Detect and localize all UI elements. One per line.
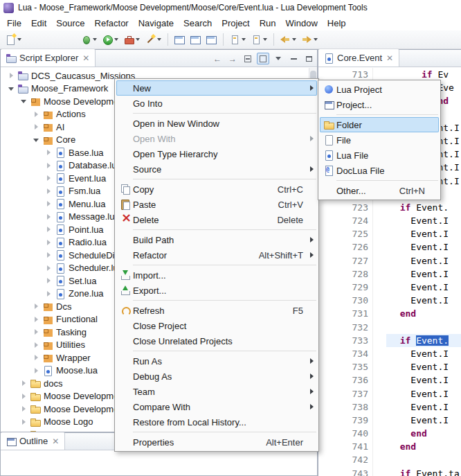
menu-item-restore-from-local-history[interactable]: Restore from Local History... [116,414,317,430]
code-line[interactable]: 731 end [318,307,461,320]
code-line[interactable]: 742 [318,453,461,466]
submenu-item-project[interactable]: Project... [320,97,439,112]
twisty-collapsed-icon[interactable] [31,314,42,325]
menu-item-compare-with[interactable]: Compare With [116,399,317,414]
submenu-item-other[interactable]: Other...Ctrl+N [320,183,439,198]
table-view-button-1[interactable] [172,32,187,47]
code-line[interactable]: 726 Event.I [318,240,461,254]
menu-file[interactable]: File [2,17,26,30]
twisty-collapsed-icon[interactable] [44,288,55,299]
code-line[interactable]: 729 Event.I [318,281,461,294]
twisty-expanded-icon[interactable] [6,83,17,94]
menu-item-refactor[interactable]: RefactorAlt+Shift+T [116,247,317,263]
code-line[interactable]: 725 Event.I [318,227,461,240]
menu-item-paste[interactable]: PasteCtrl+V [116,197,317,212]
code-line[interactable]: 724 Event.I [318,214,461,227]
code-line[interactable]: 735 Event.I [318,360,461,373]
back-icon[interactable]: ← [211,53,224,64]
menu-help[interactable]: Help [323,17,351,30]
submenu-item-file[interactable]: File [320,132,439,148]
menu-item-import[interactable]: Import... [116,267,317,283]
table-view-button-3[interactable] [204,32,219,47]
twisty-collapsed-icon[interactable] [19,403,30,414]
code-line[interactable]: 727 Event.I [318,254,461,267]
menu-navigate[interactable]: Navigate [134,17,179,30]
twisty-collapsed-icon[interactable] [44,160,55,171]
twisty-collapsed-icon[interactable] [31,301,42,312]
menu-search[interactable]: Search [179,17,217,30]
twisty-collapsed-icon[interactable] [44,249,55,261]
debug-button[interactable] [78,32,99,47]
twisty-collapsed-icon[interactable] [31,340,42,351]
back-button[interactable] [278,32,298,47]
code-line[interactable]: 732 [318,321,461,334]
twisty-collapsed-icon[interactable] [44,263,55,274]
twisty-expanded-icon[interactable] [19,96,30,107]
menu-item-run-as[interactable]: Run As [116,353,317,369]
previous-annotation-button[interactable] [227,32,248,47]
twisty-collapsed-icon[interactable] [31,109,42,120]
twisty-collapsed-icon[interactable] [31,326,42,337]
link-with-editor-icon[interactable] [257,53,269,64]
menu-item-debug-as[interactable]: Debug As [116,369,317,384]
menu-window[interactable]: Window [281,17,323,30]
code-line[interactable]: 739 Event.I [318,414,461,427]
forward-icon[interactable]: → [226,53,239,64]
menu-run[interactable]: Run [255,17,281,30]
next-annotation-button[interactable] [248,32,269,47]
menu-item-new[interactable]: New [116,80,317,96]
code-line[interactable]: 741 end [318,440,461,453]
twisty-collapsed-icon[interactable] [19,378,30,389]
twisty-collapsed-icon[interactable] [31,352,42,363]
forward-button[interactable] [299,32,320,47]
run-button[interactable] [100,32,120,47]
menu-item-open-type-hierarchy[interactable]: Open Type Hierarchy [116,146,317,161]
tab-core-event[interactable]: Core.Event ✕ [318,49,399,67]
twisty-collapsed-icon[interactable] [6,70,17,81]
menu-source[interactable]: Source [51,17,89,30]
twisty-collapsed-icon[interactable] [31,121,42,132]
code-line[interactable]: 736 Event.I [318,373,461,387]
close-icon[interactable]: ✕ [51,437,60,446]
menu-item-export[interactable]: Export... [116,283,317,298]
menu-item-properties[interactable]: PropertiesAlt+Enter [116,434,317,450]
submenu-item-lua-project[interactable]: Lua Project [320,82,439,97]
menu-item-refresh[interactable]: RefreshF5 [116,303,317,318]
table-view-button-2[interactable] [188,32,203,47]
submenu-item-lua-file[interactable]: Lua File [320,148,439,163]
twisty-collapsed-icon[interactable] [44,198,55,209]
twisty-collapsed-icon[interactable] [19,429,30,432]
new-wizard-button[interactable] [3,32,24,47]
twisty-collapsed-icon[interactable] [44,224,55,235]
code-line[interactable]: 737 Event.I [318,387,461,400]
menu-item-go-into[interactable]: Go Into [116,96,317,111]
twisty-collapsed-icon[interactable] [19,391,30,402]
maximize-icon[interactable] [302,53,315,64]
twisty-collapsed-icon[interactable] [44,211,55,222]
twisty-collapsed-icon[interactable] [44,275,55,286]
menu-item-close-unrelated-projects[interactable]: Close Unrelated Projects [116,333,317,349]
view-menu-icon[interactable] [272,53,284,64]
menu-item-close-project[interactable]: Close Project [116,318,317,333]
menu-edit[interactable]: Edit [26,17,51,30]
menu-item-delete[interactable]: DeleteDelete [116,212,317,227]
menu-refactor[interactable]: Refactor [90,17,134,30]
submenu-item-folder[interactable]: Folder [320,117,439,132]
code-line[interactable]: 738 Event.I [318,400,461,414]
twisty-collapsed-icon[interactable] [19,416,30,427]
close-icon[interactable]: ✕ [386,53,394,63]
menu-project[interactable]: Project [217,17,254,30]
twisty-collapsed-icon[interactable] [44,147,55,158]
menu-item-team[interactable]: Team [116,384,317,399]
minimize-icon[interactable] [287,53,300,64]
menu-item-copy[interactable]: CopyCtrl+C [116,182,317,197]
twisty-collapsed-icon[interactable] [44,186,55,197]
collapse-all-icon[interactable] [242,53,254,64]
menu-item-open-in-new-window[interactable]: Open in New Window [116,116,317,131]
external-tools-button[interactable] [121,32,142,47]
code-line[interactable]: 740 end [318,427,461,440]
search-button[interactable] [143,32,163,47]
code-line-current[interactable]: 733 if Event. [318,334,461,347]
twisty-collapsed-icon[interactable] [31,365,42,376]
twisty-collapsed-icon[interactable] [44,237,55,248]
